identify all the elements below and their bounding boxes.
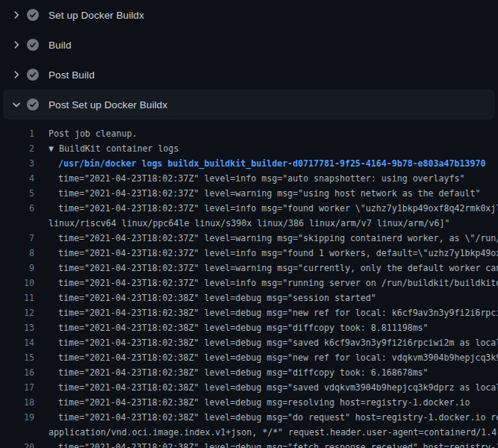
log-viewer: 1 Post job cleanup. 2 ▼ BuildKit contain… [0,119,498,448]
log-row: 14 time="2021-04-23T18:02:38Z" level=deb… [0,335,498,350]
log-row: 13 time="2021-04-23T18:02:38Z" level=deb… [0,320,498,335]
log-line-number[interactable]: 6 [0,201,34,216]
step-title: Set up Docker Buildx [49,10,144,21]
log-line-text: time="2021-04-23T18:02:37Z" level=warnin… [58,261,498,276]
log-line-text: time="2021-04-23T18:02:37Z" level=warnin… [58,231,498,246]
log-row: 15 time="2021-04-23T18:02:38Z" level=deb… [0,350,498,365]
log-row: 19 time="2021-04-23T18:02:38Z" level=deb… [0,410,498,425]
log-row: 18 time="2021-04-23T18:02:38Z" level=deb… [0,395,498,410]
log-line-text: /usr/bin/docker logs buildx_buildkit_bui… [58,156,485,171]
log-line-text: time="2021-04-23T18:02:37Z" level=info m… [58,276,498,290]
log-line-text: time="2021-04-23T18:02:37Z" level=warnin… [58,186,480,201]
log-line-number[interactable]: 16 [0,365,34,380]
step-row[interactable]: Post Set up Docker Buildx [3,90,495,119]
log-line-number[interactable]: 13 [0,320,34,335]
log-row: 11 time="2021-04-23T18:02:38Z" level=deb… [0,290,498,305]
log-line-number[interactable] [0,425,34,440]
log-group-toggle[interactable]: ▼ BuildKit container logs [49,141,179,156]
log-line-number[interactable]: 7 [0,231,34,246]
step-title: Post Set up Docker Buildx [49,99,167,111]
log-line-number[interactable]: 18 [0,395,34,410]
check-circle-icon [27,9,39,21]
log-line-number[interactable]: 19 [0,410,34,425]
log-row: 10 time="2021-04-23T18:02:37Z" level=inf… [0,276,498,290]
log-line-number[interactable]: 2 [0,141,34,156]
log-line-text: time="2021-04-23T18:02:38Z" level=debug … [58,395,470,410]
log-row: 4 time="2021-04-23T18:02:37Z" level=info… [0,171,498,186]
log-line-text: time="2021-04-23T18:02:38Z" level=debug … [58,305,498,320]
log-line-text: application/vnd.oci.image.index.v1+json,… [49,425,498,440]
log-line-text: time="2021-04-23T18:02:38Z" level=debug … [58,440,498,448]
log-line-text: time="2021-04-23T18:02:38Z" level=debug … [58,290,376,305]
log-line-text: time="2021-04-23T18:02:38Z" level=debug … [58,335,498,350]
chevron-down-icon [10,99,22,111]
log-row: 7 time="2021-04-23T18:02:37Z" level=warn… [0,231,498,246]
log-line-number[interactable]: 5 [0,186,34,201]
check-circle-icon [27,69,39,81]
log-line-text: time="2021-04-23T18:02:38Z" level=debug … [58,410,498,425]
log-line-number[interactable]: 11 [0,290,34,305]
log-line-text: time="2021-04-23T18:02:38Z" level=debug … [58,365,429,380]
log-line-number[interactable]: 8 [0,246,34,261]
step-row[interactable]: Build [3,30,495,60]
log-line-text: time="2021-04-23T18:02:38Z" level=debug … [58,350,498,365]
log-line-text: time="2021-04-23T18:02:37Z" level=info m… [58,246,498,261]
chevron-right-icon [10,69,22,81]
log-row: 12 time="2021-04-23T18:02:38Z" level=deb… [0,305,498,320]
log-line-number[interactable]: 10 [0,276,34,290]
log-line-text: Post job cleanup. [49,126,137,141]
log-line-number[interactable]: 20 [0,440,34,448]
log-row: 5 time="2021-04-23T18:02:37Z" level=warn… [0,186,498,201]
log-row: application/vnd.oci.image.index.v1+json,… [0,425,498,440]
log-row: 2 ▼ BuildKit container logs [0,141,498,156]
step-list: Set up Docker Buildx Build P [0,0,498,119]
check-circle-icon [27,39,39,51]
step-title: Build [49,40,72,51]
log-row: 8 time="2021-04-23T18:02:37Z" level=info… [0,246,498,261]
log-line-text: time="2021-04-23T18:02:38Z" level=debug … [58,320,429,335]
log-line-number[interactable]: 15 [0,350,34,365]
log-line-text: linux/riscv64 linux/ppc64le linux/s390x … [49,216,449,231]
log-line-number[interactable] [0,216,34,231]
log-line-number[interactable]: 17 [0,380,34,395]
log-row: 17 time="2021-04-23T18:02:38Z" level=deb… [0,380,498,395]
step-title: Post Build [49,69,95,81]
log-row: 9 time="2021-04-23T18:02:37Z" level=warn… [0,261,498,276]
log-line-number[interactable]: 9 [0,261,34,276]
log-line-number[interactable]: 1 [0,126,34,141]
check-circle-icon [27,99,39,111]
log-line-number[interactable]: 12 [0,305,34,320]
chevron-right-icon [10,9,22,21]
log-line-text: time="2021-04-23T18:02:37Z" level=info m… [58,171,464,186]
log-row: linux/riscv64 linux/ppc64le linux/s390x … [0,216,498,231]
log-row: 20 time="2021-04-23T18:02:38Z" level=deb… [0,440,498,448]
log-line-number[interactable]: 3 [0,156,34,171]
step-row[interactable]: Set up Docker Buildx [3,0,495,30]
chevron-right-icon [10,39,22,51]
log-row: 3 /usr/bin/docker logs buildx_buildkit_b… [0,156,498,171]
log-line-number[interactable]: 4 [0,171,34,186]
log-row: 6 time="2021-04-23T18:02:37Z" level=info… [0,201,498,216]
log-line-text: time="2021-04-23T18:02:37Z" level=info m… [58,201,498,216]
log-line-text: time="2021-04-23T18:02:38Z" level=debug … [58,380,498,395]
log-line-number[interactable]: 14 [0,335,34,350]
log-row: 16 time="2021-04-23T18:02:38Z" level=deb… [0,365,498,380]
step-row[interactable]: Post Build [3,60,495,90]
log-row: 1 Post job cleanup. [0,126,498,141]
